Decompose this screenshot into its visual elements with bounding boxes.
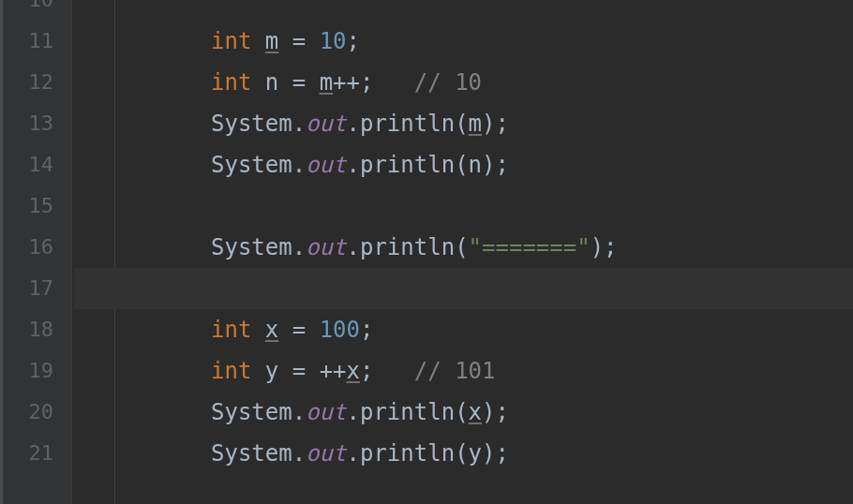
- code-area[interactable]: int m = 10; int n = m++; // 10 System.ou…: [72, 0, 853, 504]
- code-line[interactable]: int n = m++; // 10: [74, 62, 853, 103]
- operator: =: [278, 62, 319, 103]
- semicolon: ;: [604, 227, 617, 268]
- class-ref: System: [211, 103, 292, 144]
- line-number: 21: [14, 433, 53, 474]
- line-number: 15: [14, 185, 53, 227]
- semicolon: ;: [360, 350, 373, 392]
- paren-close: ): [591, 227, 604, 268]
- keyword: int: [211, 21, 251, 62]
- variable: n: [265, 62, 278, 103]
- field-ref: out: [306, 227, 346, 268]
- dot: .: [347, 144, 360, 185]
- operator: =: [278, 309, 319, 350]
- dot: .: [347, 103, 360, 144]
- code-line-current[interactable]: [74, 268, 853, 309]
- line-number-gutter: 10 11 12 13 14 15 16 17 18 19 20 21 22: [3, 0, 70, 504]
- semicolon: ;: [495, 103, 508, 144]
- line-number: 17: [14, 268, 53, 309]
- paren-open: (: [455, 227, 468, 268]
- comment: // 101: [414, 350, 496, 392]
- line-number: 13: [14, 103, 53, 144]
- class-ref: System: [211, 144, 292, 185]
- variable: x: [265, 309, 278, 350]
- comment: // 10: [414, 62, 482, 103]
- code-editor[interactable]: 10 11 12 13 14 15 16 17 18 19 20 21 22 i…: [0, 0, 853, 504]
- dot: .: [347, 227, 360, 268]
- code-line[interactable]: System.out.println(x);: [74, 392, 853, 433]
- semicolon: ;: [495, 144, 508, 185]
- variable: m: [469, 103, 482, 144]
- class-ref: System: [211, 227, 292, 268]
- line-number: 11: [14, 21, 53, 62]
- line-number: 16: [14, 227, 53, 268]
- paren-close: ): [482, 433, 495, 474]
- paren-open: (: [455, 392, 468, 433]
- code-line[interactable]: int y = ++x; // 101: [74, 350, 853, 392]
- variable: y: [469, 433, 482, 474]
- class-ref: System: [211, 392, 292, 433]
- class-ref: System: [211, 433, 292, 474]
- semicolon: ;: [360, 62, 373, 103]
- paren-open: (: [455, 103, 468, 144]
- dot: .: [292, 103, 306, 144]
- number-literal: 100: [320, 309, 360, 350]
- dot: .: [347, 433, 360, 474]
- line-number: 10: [14, 0, 53, 21]
- field-ref: out: [306, 433, 346, 474]
- variable: n: [469, 144, 482, 185]
- code-line[interactable]: System.out.println(n);: [74, 144, 853, 185]
- line-number: 14: [14, 144, 53, 185]
- keyword: int: [211, 309, 251, 350]
- line-number: 22: [14, 474, 53, 485]
- code-line[interactable]: [74, 0, 853, 21]
- method-call: println: [360, 227, 455, 268]
- dot: .: [292, 227, 306, 268]
- code-line[interactable]: [74, 185, 853, 227]
- variable: x: [469, 392, 482, 433]
- semicolon: ;: [495, 433, 508, 474]
- code-line[interactable]: int x = 100;: [74, 309, 853, 350]
- paren-close: ): [482, 392, 495, 433]
- field-ref: out: [306, 144, 346, 185]
- semicolon: ;: [360, 309, 373, 350]
- dot: .: [292, 392, 306, 433]
- method-call: println: [360, 144, 455, 185]
- paren-open: (: [455, 433, 468, 474]
- code-line[interactable]: System.out.println(m);: [74, 103, 853, 144]
- variable: y: [265, 350, 278, 392]
- keyword: int: [211, 350, 251, 392]
- method-call: println: [360, 103, 455, 144]
- string-literal: "=======": [469, 227, 591, 268]
- paren-close: ): [482, 103, 495, 144]
- operator: =: [278, 21, 319, 62]
- code-line[interactable]: int m = 10;: [74, 21, 853, 62]
- dot: .: [292, 433, 306, 474]
- operator: =: [278, 350, 319, 392]
- method-call: println: [360, 433, 455, 474]
- code-line[interactable]: System.out.println(y);: [74, 433, 853, 474]
- code-line[interactable]: [74, 474, 853, 485]
- paren-close: ): [482, 144, 495, 185]
- dot: .: [292, 144, 306, 185]
- field-ref: out: [306, 392, 346, 433]
- paren-open: (: [455, 144, 468, 185]
- keyword: int: [211, 62, 251, 103]
- code-line[interactable]: System.out.println("=======");: [74, 227, 853, 268]
- operator: ++: [333, 62, 360, 103]
- number-literal: 10: [320, 21, 347, 62]
- semicolon: ;: [347, 21, 360, 62]
- field-ref: out: [306, 103, 346, 144]
- variable: x: [347, 350, 360, 392]
- variable: m: [320, 62, 333, 103]
- semicolon: ;: [495, 392, 508, 433]
- method-call: println: [360, 392, 455, 433]
- line-number: 20: [14, 392, 53, 433]
- line-number: 12: [14, 62, 53, 103]
- operator: ++: [320, 350, 347, 392]
- line-number: 19: [14, 350, 53, 392]
- variable: m: [265, 21, 278, 62]
- line-number: 18: [14, 309, 53, 350]
- dot: .: [347, 392, 360, 433]
